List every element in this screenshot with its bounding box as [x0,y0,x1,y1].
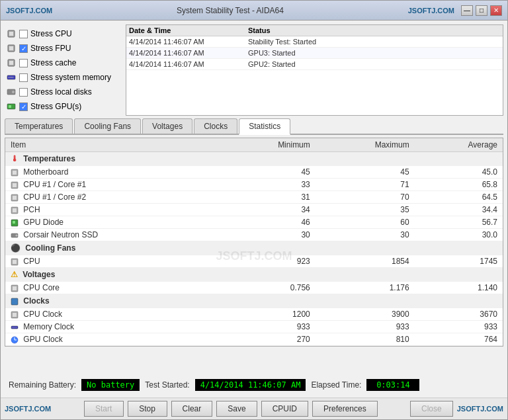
stress-memory-checkbox[interactable] [19,73,28,82]
svg-rect-19 [13,183,17,187]
title-bar: JSOFTJ.COM System Stability Test - AIDA6… [1,1,507,21]
section-clocks: Clocks [5,294,503,308]
col-item: Item [5,138,221,152]
clear-button[interactable]: Clear [171,401,213,417]
stress-fpu-label: Stress FPU [30,44,71,53]
table-row: CPU 923 1854 1745 [5,255,503,268]
battery-value: No battery [81,379,140,391]
log-header: Date & Time Status [126,25,503,36]
stats-container: JSOFTJ.COM Item Minimum Maximum Average [5,138,503,374]
svg-rect-35 [13,313,17,317]
tab-clocks[interactable]: Clocks [194,118,237,134]
svg-rect-8 [10,77,11,78]
tab-voltages[interactable]: Voltages [142,118,192,134]
checkbox-stress-memory[interactable]: Stress system memory [6,71,119,84]
elapsed-value: 0:03:14 [366,379,419,391]
table-row: CPU Core 0.756 1.176 1.140 [5,282,503,294]
stress-cpu-checkbox[interactable] [19,30,28,38]
checkbox-stress-fpu[interactable]: ✓ Stress FPU [6,42,119,55]
thermometer-icon: 🌡 [11,154,19,163]
bottom-buttons: Start Stop Clear Save CPUID Preferences [84,401,378,417]
log-date-1: 4/14/2014 11:46:07 AM [129,49,248,57]
svg-rect-39 [15,327,15,327]
svg-rect-38 [13,327,14,327]
stats-table: Item Minimum Maximum Average 🌡 Temperatu… [5,138,503,346]
memory-icon [6,72,17,83]
log-row: 4/14/2014 11:46:07 AM GPU3: Started [126,48,503,59]
col-maximum: Maximum [316,138,415,152]
svg-rect-17 [13,171,17,175]
stress-cache-checkbox[interactable] [19,59,28,67]
main-window: JSOFTJ.COM System Stability Test - AIDA6… [0,0,508,420]
svg-rect-33 [11,298,18,305]
start-button[interactable]: Start [84,401,124,417]
col-minimum: Minimum [221,138,316,152]
svg-rect-10 [13,77,13,78]
svg-rect-1 [9,32,13,36]
log-status-1: GPU3: Started [248,49,500,57]
stress-cache-label: Stress cache [30,58,76,67]
svg-rect-15 [9,105,11,108]
log-date-0: 4/14/2014 11:46:07 AM [129,38,248,46]
main-content: Stress CPU ✓ Stress FPU [1,21,507,398]
stress-gpu-checkbox[interactable]: ✓ [19,103,28,111]
bottom-logo-left: JSOFTJ.COM [5,405,51,413]
log-date-2: 4/14/2014 11:46:07 AM [129,60,248,68]
checkboxes-panel: Stress CPU ✓ Stress FPU [5,24,120,116]
bottom-right: Close JSOFTJ.COM [410,401,503,417]
logo-right: JSOFTJ.COM [408,7,454,15]
svg-point-13 [13,91,14,93]
window-title: System Stability Test - AIDA64 [177,6,284,15]
log-row: 4/14/2014 11:46:07 AM GPU2: Started [126,59,503,70]
table-row: GPU Clock 270 810 764 [5,333,503,346]
stop-button[interactable]: Stop [128,401,167,417]
checkbox-stress-gpu[interactable]: ✓ Stress GPU(s) [6,100,119,113]
volt-icon: ⚠ [11,270,18,279]
test-started-value: 4/14/2014 11:46:07 AM [195,379,306,391]
fpu-icon [6,43,17,54]
log-panel: Date & Time Status 4/14/2014 11:46:07 AM… [126,24,503,116]
battery-label: Remaining Battery: [9,380,76,390]
gpu-icon [6,101,17,112]
log-row: 4/14/2014 11:46:07 AM Stability Test: St… [126,36,503,48]
close-button[interactable]: ✕ [490,5,502,16]
table-row: PCH 34 35 34.4 [5,204,503,216]
minimize-button[interactable]: — [461,5,473,16]
tab-temperatures[interactable]: Temperatures [5,118,73,134]
stress-disks-label: Stress local disks [30,87,92,97]
tab-cooling-fans[interactable]: Cooling Fans [74,118,141,134]
stress-cpu-label: Stress CPU [30,29,72,38]
table-row: CPU #1 / Core #2 31 70 64.5 [5,191,503,204]
svg-rect-5 [9,61,13,65]
log-date-header: Date & Time [129,26,248,34]
maximize-button[interactable]: □ [476,5,487,16]
svg-rect-30 [13,260,17,264]
stress-fpu-checkbox[interactable]: ✓ [19,44,28,53]
tabs-row: Temperatures Cooling Fans Voltages Clock… [5,118,503,135]
checkbox-stress-disks[interactable]: Stress local disks [6,85,119,99]
stress-gpu-label: Stress GPU(s) [30,102,81,111]
log-status-header: Status [248,26,500,34]
section-temperatures: 🌡 Temperatures [5,152,503,166]
cpuid-button[interactable]: CPUID [261,401,308,417]
disk-icon [6,87,17,97]
status-bar: Remaining Battery: No battery Test Start… [5,376,503,394]
preferences-button[interactable]: Preferences [312,401,378,417]
checkbox-stress-cpu[interactable]: Stress CPU [6,27,119,40]
fan-icon: ⚫ [11,243,21,253]
table-row: Memory Clock 933 933 933 [5,321,503,333]
svg-point-28 [16,235,17,235]
stress-disks-checkbox[interactable] [19,88,28,97]
table-row: CPU #1 / Core #1 33 71 65.8 [5,179,503,191]
svg-rect-40 [16,327,17,327]
table-row: Corsair Neutron SSD 30 30 30.0 [5,229,503,241]
logo-left: JSOFTJ.COM [6,7,52,15]
checkbox-stress-cache[interactable]: Stress cache [6,56,119,69]
elapsed-label: Elapsed Time: [311,380,361,390]
stress-memory-label: Stress system memory [30,73,111,82]
cache-icon [6,58,17,68]
stats-header-row: Item Minimum Maximum Average [5,138,503,152]
close-window-button[interactable]: Close [410,401,453,417]
save-button[interactable]: Save [216,401,257,417]
tab-statistics[interactable]: Statistics [239,118,290,135]
